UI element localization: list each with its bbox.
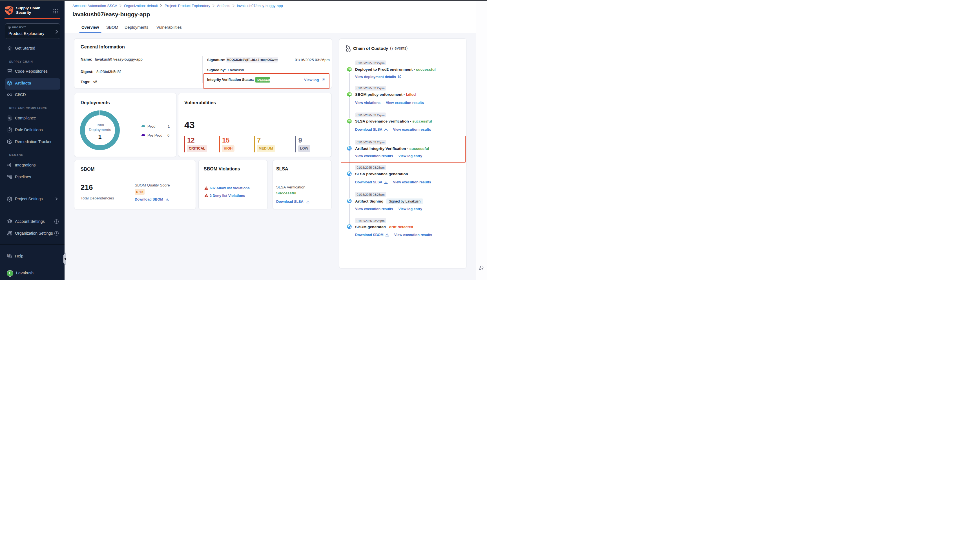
svg-text:?: ? <box>8 254 10 257</box>
